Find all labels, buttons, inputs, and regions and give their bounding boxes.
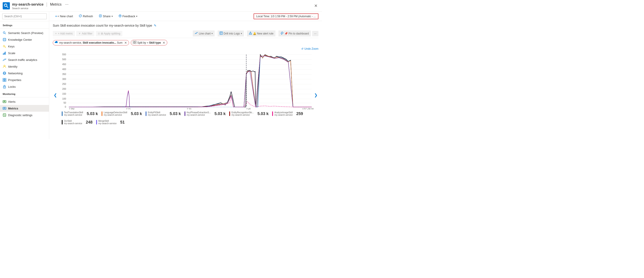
chart-nav-right-button[interactable]: ❯ bbox=[313, 92, 318, 99]
svg-text:450: 450 bbox=[62, 63, 66, 66]
split-pill[interactable]: Split by = Skill type ✕ bbox=[131, 40, 168, 46]
right-panel: + + New chart Refresh Share ▾ bbox=[49, 12, 322, 139]
undo-icon: ↺ bbox=[301, 47, 304, 50]
svg-rect-29 bbox=[4, 101, 5, 102]
pill-split-close[interactable]: ✕ bbox=[162, 41, 165, 45]
share-caret: ▾ bbox=[112, 15, 113, 18]
pin-dashboard-button[interactable]: 📌 Pin to dashboard bbox=[278, 31, 311, 37]
svg-rect-32 bbox=[4, 108, 4, 109]
pill-metric-close[interactable]: ✕ bbox=[124, 41, 127, 45]
legend-skill-name: EntityPIISkill bbox=[148, 111, 166, 114]
sidebar-label-properties: Properties bbox=[8, 78, 21, 82]
legend-value: 51 bbox=[120, 120, 124, 125]
svg-line-13 bbox=[5, 47, 6, 47]
legend-item: EntityRecognitionSki... my-search-servic… bbox=[229, 111, 268, 116]
legend-item: OcrSkill my-search-service 248 bbox=[62, 120, 92, 125]
new-alert-label: 🔔 New alert rule bbox=[253, 32, 274, 35]
sidebar-item-locks[interactable]: Locks bbox=[0, 83, 49, 90]
legend-item: EntityPIISkill my-search-service 5.03 k bbox=[146, 111, 181, 116]
legend-service-name: my-search-service bbox=[148, 114, 166, 116]
add-filter-button[interactable]: ▼ Add filter bbox=[76, 31, 94, 36]
svg-text:300: 300 bbox=[62, 78, 66, 80]
more-options-button[interactable]: ··· bbox=[312, 31, 318, 36]
metric-chart: 550 500 450 400 350 300 250 200 150 100 bbox=[57, 51, 314, 109]
svg-rect-28 bbox=[4, 101, 4, 102]
sidebar-item-knowledge-center[interactable]: Knowledge Center bbox=[0, 36, 49, 43]
sidebar-item-alerts[interactable]: Alerts bbox=[0, 98, 49, 105]
svg-text:2:30: 2:30 bbox=[187, 108, 192, 109]
legend-item: AnalyzeImageSkill my-search-service 259 bbox=[272, 111, 303, 116]
svg-text:0: 0 bbox=[65, 106, 66, 108]
legend-skill-name: TextTranslationSkill bbox=[64, 111, 83, 114]
sidebar-item-identity[interactable]: Identity bbox=[0, 63, 49, 70]
svg-rect-6 bbox=[3, 38, 6, 41]
sidebar-item-properties[interactable]: Properties bbox=[0, 77, 49, 83]
svg-rect-50 bbox=[133, 43, 134, 44]
new-chart-button[interactable]: + + New chart bbox=[53, 13, 75, 19]
svg-point-17 bbox=[4, 65, 5, 67]
toolbar-sep-1 bbox=[216, 31, 216, 36]
sidebar-item-semantic-search[interactable]: Semantic Search (Preview) bbox=[0, 30, 49, 36]
chart-edit-icon[interactable]: ✎ bbox=[154, 24, 156, 27]
share-button[interactable]: Share ▾ bbox=[96, 13, 115, 20]
undo-zoom-button[interactable]: ↺ Undo Zoom bbox=[53, 47, 318, 50]
svg-rect-48 bbox=[133, 41, 134, 42]
metric-pill[interactable]: my-search-service, Skill execution invoc… bbox=[53, 40, 129, 46]
sidebar-item-diagnostic[interactable]: Diagnostic settings bbox=[0, 112, 49, 118]
legend-skill-name: MergeSkill bbox=[98, 120, 117, 122]
sidebar-item-search-traffic[interactable]: Search traffic analytics bbox=[0, 56, 49, 63]
undo-zoom-label: Undo Zoom bbox=[304, 47, 318, 50]
svg-text:400: 400 bbox=[62, 68, 66, 71]
legend-color-bar bbox=[96, 120, 97, 124]
chart-nav-left-button[interactable]: ❮ bbox=[53, 92, 58, 99]
new-alert-rule-button[interactable]: 🔔 New alert rule bbox=[247, 31, 276, 37]
sidebar-label-identity: Identity bbox=[8, 65, 18, 68]
line-chart-label: Line chart bbox=[199, 32, 211, 35]
svg-text:250: 250 bbox=[62, 83, 66, 85]
legend-item-header: TextTranslationSkill my-search-service 5… bbox=[62, 111, 98, 116]
search-traffic-icon bbox=[3, 58, 6, 62]
sidebar-label-locks: Locks bbox=[8, 85, 16, 88]
chart-toolbar: ✦ + Add metric ▼ Add filter ⊞ ⊞ Apply sp… bbox=[53, 29, 318, 38]
search-input[interactable] bbox=[2, 14, 47, 19]
sidebar-item-scale[interactable]: Scale bbox=[0, 50, 49, 56]
legend-skill-name: AnalyzeImageSkill bbox=[274, 111, 293, 114]
legend-color-bar bbox=[229, 111, 230, 116]
sidebar-item-networking[interactable]: Networking bbox=[0, 70, 49, 77]
svg-rect-30 bbox=[5, 101, 5, 102]
apply-splitting-button[interactable]: ⊞ ⊞ Apply splitting bbox=[96, 31, 122, 36]
svg-point-26 bbox=[4, 87, 5, 88]
legend-service-name: my-search-service bbox=[64, 122, 82, 125]
sidebar-item-metrics[interactable]: Metrics bbox=[0, 105, 49, 112]
legend-value: 5.03 k bbox=[87, 111, 98, 116]
azure-search-icon bbox=[3, 2, 10, 10]
close-button[interactable]: ✕ bbox=[312, 3, 319, 9]
chart-svg-container: 550 500 450 400 350 300 250 200 150 100 bbox=[57, 51, 314, 109]
legend-row: TextTranslationSkill my-search-service 5… bbox=[57, 109, 314, 126]
svg-rect-23 bbox=[3, 80, 4, 82]
svg-text:350: 350 bbox=[62, 73, 66, 75]
svg-rect-16 bbox=[5, 52, 6, 55]
legend-skill-name: KeyPhraseExtractionS... bbox=[187, 111, 211, 114]
legend-service-name: my-search-service bbox=[274, 114, 293, 116]
chart-inner: 550 500 450 400 350 300 250 200 150 100 bbox=[57, 51, 314, 139]
time-range-button[interactable]: Local Time: 1/3 1:59 PM - 2:59 PM (Autom… bbox=[254, 14, 318, 19]
title-ellipsis-button[interactable]: ··· bbox=[65, 2, 68, 7]
refresh-button[interactable]: Refresh bbox=[76, 13, 96, 20]
sidebar-search-container bbox=[0, 12, 49, 21]
feedback-button[interactable]: Feedback ▾ bbox=[116, 13, 140, 20]
alerts-icon bbox=[3, 100, 6, 103]
add-metric-label: + Add metric bbox=[58, 32, 73, 35]
svg-text:500: 500 bbox=[62, 58, 66, 61]
add-metric-button[interactable]: ✦ + Add metric bbox=[53, 31, 75, 36]
drill-logs-label: Drill into Logs bbox=[224, 32, 240, 35]
line-chart-button[interactable]: Line chart ▾ bbox=[193, 31, 215, 37]
drill-logs-button[interactable]: Drill into Logs ▾ bbox=[218, 31, 244, 37]
svg-rect-22 bbox=[5, 78, 6, 80]
more-options-icon: ··· bbox=[314, 32, 316, 35]
main-content: Settings Semantic Search (Preview) Knowl… bbox=[0, 12, 322, 139]
sidebar-item-keys[interactable]: Keys bbox=[0, 43, 49, 50]
svg-text:150: 150 bbox=[62, 93, 66, 95]
share-label: Share bbox=[103, 15, 111, 18]
sidebar-divider-monitoring bbox=[0, 97, 49, 97]
